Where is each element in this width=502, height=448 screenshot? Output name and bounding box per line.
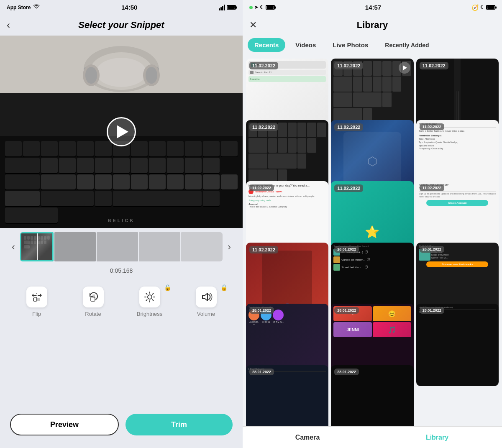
tool-flip[interactable]: Flip: [8, 282, 65, 322]
right-panel: ➤ ☾ 14:57 🧭 ☾ ✕ Library Recents Videos L…: [243, 0, 502, 448]
volume-icon: [200, 290, 213, 304]
wifi-icon: [33, 4, 40, 10]
right-status-right: 🧭 ☾: [471, 4, 495, 11]
date-badge-8: 11.02.2022: [334, 184, 363, 192]
camera-nav-label: Camera: [295, 434, 320, 441]
date-badge-6: 11.02.2022: [420, 123, 444, 130]
signal-icon: [219, 5, 225, 10]
svg-marker-23: [202, 293, 207, 301]
date-badge-12: 28.01.2022: [420, 246, 444, 253]
timeline-thumb-2[interactable]: [54, 232, 96, 261]
svg-rect-11: [37, 298, 40, 301]
tab-videos[interactable]: Videos: [289, 38, 323, 52]
page-title-left: Select your Snippet: [8, 20, 234, 31]
timeline-strip: ‹: [0, 228, 243, 266]
svg-point-14: [148, 295, 152, 299]
tabs-bar: Recents Videos Live Photos Recently Adde…: [243, 36, 502, 56]
volume-label: Volume: [197, 311, 215, 317]
right-status-icons-left: [219, 5, 236, 10]
date-badge-16: 28.01.2022: [249, 369, 274, 375]
media-cell-17[interactable]: 28.01.2022: [331, 365, 413, 427]
svg-line-19: [146, 294, 147, 294]
close-button[interactable]: ✕: [249, 20, 257, 31]
svg-line-21: [152, 294, 153, 294]
rotate-icon-container: [83, 287, 104, 307]
timeline-prev[interactable]: ‹: [8, 241, 18, 253]
date-badge-4: 11.02.2022: [249, 123, 278, 131]
date-badge-10: 11.02.2022: [249, 246, 278, 253]
date-badge-9: 11.02.2022: [420, 184, 444, 191]
svg-point-7: [85, 67, 97, 84]
page-title-right: Library: [251, 20, 494, 31]
time-right: 14:57: [365, 4, 381, 11]
volume-icon-container: [196, 287, 217, 307]
date-badge-13: 28.01.2022: [249, 307, 274, 314]
status-bar-left: App Store 14:50: [0, 0, 243, 15]
brightness-icon-container: [139, 287, 160, 307]
nav-library[interactable]: Library: [372, 427, 502, 448]
timeline-thumb-4[interactable]: [139, 232, 180, 261]
library-nav-label: Library: [426, 434, 448, 441]
battery-icon-left: [227, 5, 236, 10]
media-cell-15[interactable]: Hold The Line (feat. grandson) 28 • ●●● …: [416, 304, 499, 386]
left-status-info: App Store: [7, 4, 40, 10]
right-status-left: ➤ ☾: [249, 5, 275, 10]
play-icon: [117, 125, 128, 138]
flip-icon-container: [26, 287, 47, 307]
tools-grid: Flip Rotate 🔒: [0, 277, 243, 326]
volume-lock-icon: 🔒: [220, 284, 228, 291]
timeline-thumb-5[interactable]: [181, 232, 223, 261]
date-badge-14: 28.01.2022: [334, 307, 359, 314]
headphones-visual: [71, 44, 172, 111]
rotate-label: Rotate: [85, 311, 101, 317]
location-icon: ➤: [254, 5, 258, 10]
tab-recents[interactable]: Recents: [248, 38, 285, 52]
nav-camera[interactable]: Camera: [243, 427, 372, 448]
moon-icon: ☾: [260, 5, 264, 10]
left-panel: App Store 14:50 ‹: [0, 0, 243, 448]
date-badge-17: 28.01.2022: [334, 369, 359, 375]
trim-button[interactable]: Trim: [126, 414, 233, 435]
brightness-icon: [143, 290, 156, 304]
back-button[interactable]: ‹: [7, 19, 10, 31]
timeline-scroll[interactable]: [20, 232, 223, 261]
brightness-lock-icon: 🔒: [164, 284, 171, 291]
timeline-thumb-1[interactable]: [20, 232, 54, 261]
tab-recently-added[interactable]: Recently Added: [378, 38, 435, 52]
date-badge-11: 28.01.2022: [334, 246, 359, 253]
battery-icon-right-small: [266, 5, 275, 10]
svg-line-20: [152, 300, 153, 300]
status-bar-right: ➤ ☾ 14:57 🧭 ☾: [243, 0, 502, 15]
keyboard-visual: BELICK: [0, 136, 243, 228]
tool-rotate[interactable]: Rotate: [65, 282, 121, 322]
svg-point-2: [96, 58, 146, 87]
tool-brightness[interactable]: 🔒 Brightness: [121, 282, 178, 322]
battery-icon-right: [486, 5, 495, 10]
preview-button[interactable]: Preview: [10, 414, 119, 435]
carrier-label: App Store: [7, 5, 31, 10]
play-triangle-icon: [403, 65, 407, 70]
green-dot-icon: [249, 6, 253, 9]
timeline-next[interactable]: ›: [224, 241, 234, 253]
header-left: ‹ Select your Snippet: [0, 15, 243, 36]
video-preview: BELICK: [0, 36, 243, 228]
flip-label: Flip: [32, 311, 41, 317]
timestamp-display: 0:05.168: [0, 266, 243, 277]
tab-live-photos[interactable]: Live Photos: [326, 38, 375, 52]
video-play-overlay-2: [399, 62, 410, 74]
moon-icon-right: ☾: [480, 5, 484, 10]
bottom-buttons: Preview Trim: [0, 407, 243, 448]
header-right: ✕ Library: [243, 15, 502, 36]
date-badge-15: 28.01.2022: [420, 307, 444, 314]
date-badge-5: 11.02.2022: [334, 123, 363, 131]
timeline-thumb-3[interactable]: [97, 232, 138, 261]
media-cell-16[interactable]: Heat Waves 28.01.2022: [246, 365, 328, 427]
svg-rect-10: [33, 298, 37, 301]
date-badge-1: 11.02.2022: [249, 62, 278, 69]
svg-point-8: [146, 67, 157, 84]
play-button[interactable]: [107, 117, 136, 146]
svg-rect-13: [92, 294, 95, 298]
tool-volume[interactable]: 🔒 Volume: [178, 282, 234, 322]
time-left: 14:50: [40, 4, 219, 11]
bottom-nav: Camera Library: [243, 426, 502, 448]
